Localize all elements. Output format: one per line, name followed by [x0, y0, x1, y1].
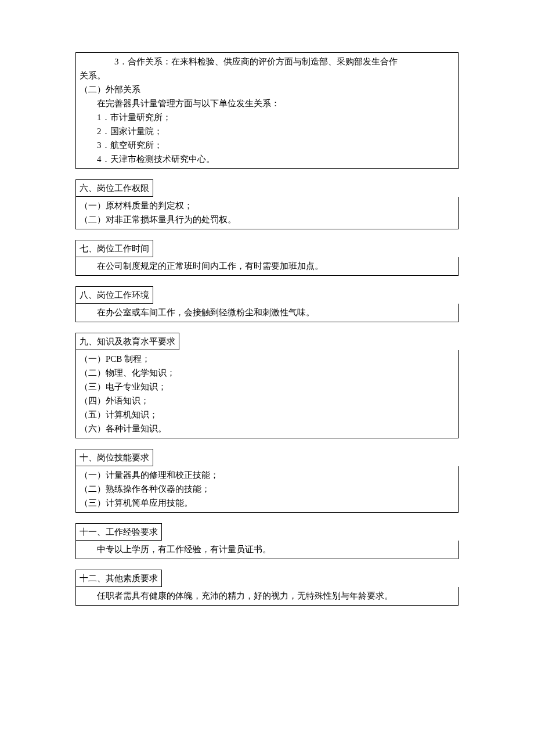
body-line: 在办公室或车间工作，会接触到轻微粉尘和刺激性气味。 — [80, 305, 454, 319]
body-line: 2．国家计量院； — [80, 124, 454, 138]
body-line: （一）计量器具的修理和校正技能； — [80, 468, 454, 482]
section-twelve-title: 十二、其他素质要求 — [75, 570, 162, 587]
section-five-continuation: 3．合作关系：在来料检验、供应商的评价方面与制造部、采购部发生合作 关系。 （二… — [75, 52, 459, 169]
body-line: 3．合作关系：在来料检验、供应商的评价方面与制造部、采购部发生合作 — [80, 55, 454, 69]
body-line: （二）对非正常损坏量具行为的处罚权。 — [80, 213, 454, 226]
section-header-row: 十一、工作经验要求 — [75, 523, 459, 541]
body-line: 中专以上学历，有工作经验，有计量员证书。 — [80, 542, 454, 556]
body-line: （二）物理、化学知识； — [80, 366, 454, 380]
document-page: 3．合作关系：在来料检验、供应商的评价方面与制造部、采购部发生合作 关系。 （二… — [0, 0, 534, 756]
section-header-row: 八、岗位工作环境 — [75, 286, 459, 304]
section-header-row: 六、岗位工作权限 — [75, 179, 459, 197]
section-eight-body: 在办公室或车间工作，会接触到轻微粉尘和刺激性气味。 — [75, 304, 459, 322]
section-eight-title: 八、岗位工作环境 — [75, 286, 153, 304]
section-six-body: （一）原材料质量的判定权； （二）对非正常损坏量具行为的处罚权。 — [75, 197, 459, 229]
section-header-row: 九、知识及教育水平要求 — [75, 333, 459, 350]
section-seven-body: 在公司制度规定的正常班时间内工作，有时需要加班加点。 — [75, 257, 459, 276]
body-line: 在公司制度规定的正常班时间内工作，有时需要加班加点。 — [80, 259, 454, 273]
section-six: 六、岗位工作权限 （一）原材料质量的判定权； （二）对非正常损坏量具行为的处罚权… — [75, 179, 459, 229]
body-line: （三）计算机简单应用技能。 — [80, 496, 454, 510]
body-line: （一）原材料质量的判定权； — [80, 199, 454, 213]
section-header-row: 十二、其他素质要求 — [75, 570, 459, 587]
section-nine-title: 九、知识及教育水平要求 — [75, 333, 179, 350]
section-eight: 八、岗位工作环境 在办公室或车间工作，会接触到轻微粉尘和刺激性气味。 — [75, 286, 459, 322]
section-ten-body: （一）计量器具的修理和校正技能； （二）熟练操作各种仪器的技能； （三）计算机简… — [75, 466, 459, 513]
body-line: （二）熟练操作各种仪器的技能； — [80, 482, 454, 496]
section-header-row: 十、岗位技能要求 — [75, 449, 459, 466]
body-line: （六）各种计量知识。 — [80, 422, 454, 435]
section-six-title: 六、岗位工作权限 — [75, 179, 153, 197]
section-eleven-title: 十一、工作经验要求 — [75, 523, 162, 541]
body-line: （三）电子专业知识； — [80, 380, 454, 394]
section-eleven-body: 中专以上学历，有工作经验，有计量员证书。 — [75, 541, 459, 559]
body-line: （五）计算机知识； — [80, 408, 454, 422]
section-nine: 九、知识及教育水平要求 （一）PCB 制程； （二）物理、化学知识； （三）电子… — [75, 333, 459, 438]
section-seven: 七、岗位工作时间 在公司制度规定的正常班时间内工作，有时需要加班加点。 — [75, 240, 459, 276]
section-ten-title: 十、岗位技能要求 — [75, 449, 153, 466]
section-five-body: 3．合作关系：在来料检验、供应商的评价方面与制造部、采购部发生合作 关系。 （二… — [75, 52, 459, 169]
body-line: 关系。 — [80, 69, 454, 82]
section-seven-title: 七、岗位工作时间 — [75, 240, 153, 257]
body-line: （一）PCB 制程； — [80, 352, 454, 366]
section-header-row: 七、岗位工作时间 — [75, 240, 459, 257]
section-twelve: 十二、其他素质要求 任职者需具有健康的体魄，充沛的精力，好的视力，无特殊性别与年… — [75, 570, 459, 606]
body-line: 在完善器具计量管理方面与以下单位发生关系： — [80, 96, 454, 110]
body-line: 任职者需具有健康的体魄，充沛的精力，好的视力，无特殊性别与年龄要求。 — [80, 589, 454, 603]
section-nine-body: （一）PCB 制程； （二）物理、化学知识； （三）电子专业知识； （四）外语知… — [75, 350, 459, 438]
section-twelve-body: 任职者需具有健康的体魄，充沛的精力，好的视力，无特殊性别与年龄要求。 — [75, 587, 459, 606]
body-line: 3．航空研究所； — [80, 138, 454, 152]
body-line: （二）外部关系 — [80, 82, 454, 96]
body-line: 4．天津市检测技术研究中心。 — [80, 152, 454, 166]
section-ten: 十、岗位技能要求 （一）计量器具的修理和校正技能； （二）熟练操作各种仪器的技能… — [75, 449, 459, 513]
section-eleven: 十一、工作经验要求 中专以上学历，有工作经验，有计量员证书。 — [75, 523, 459, 559]
body-line: （四）外语知识； — [80, 394, 454, 408]
body-line: 1．市计量研究所； — [80, 110, 454, 124]
